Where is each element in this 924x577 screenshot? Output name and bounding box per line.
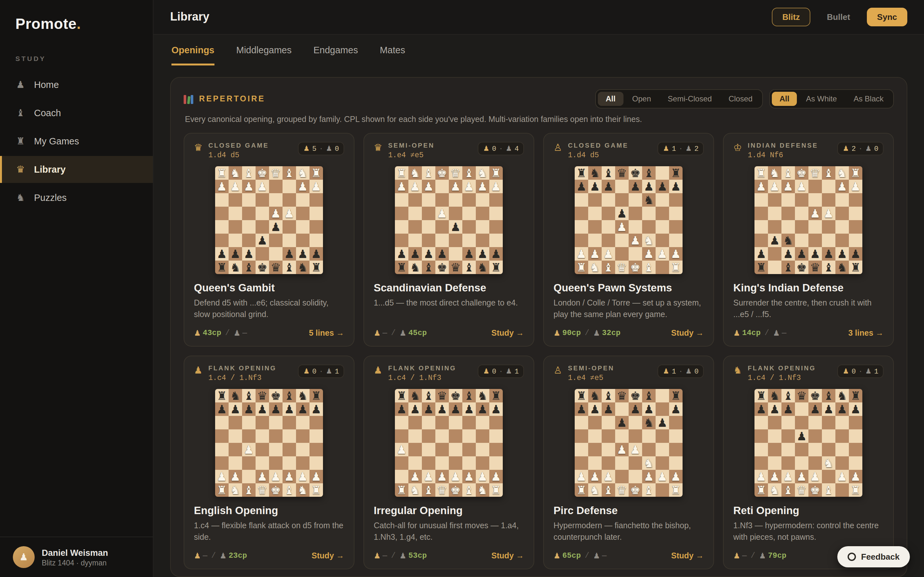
study-link[interactable]: Study → [492,329,524,338]
board-square: ♝ [462,389,476,403]
filter-2-as-white[interactable]: As White [798,92,845,106]
board-square [422,443,435,456]
board-square [310,443,323,456]
white-piece-icon: ♞ [477,483,488,497]
board-square [822,416,835,429]
board-square: ♟ [435,403,449,416]
opening-card-pirc-defense[interactable]: ♙SEMI-OPEN1.e4 ≠e5♟1·♟0♜♞♝♛♚♝♜♟♟♟♟♟♟♟♞♟♟… [543,356,714,569]
cpl-separator: / [764,329,769,338]
board-square [489,443,503,456]
sidebar-item-my-games[interactable]: ♜My Games [0,128,153,155]
board-square [629,429,642,443]
sidebar-item-home[interactable]: ♟Home [0,71,153,98]
board-square [575,456,588,470]
filter-1-semi-closed[interactable]: Semi-Closed [660,92,719,106]
opening-card-english-opening[interactable]: ♟FLANK OPENING1.c4 / 1.Nf3♟0·♟1♜♞♝♛♚♝♞♜♟… [184,356,355,569]
board-square [795,456,808,470]
card-header-left: ♞FLANK OPENING1.c4 / 1.Nf3 [733,364,816,382]
black-cpl: ♟— [593,551,607,560]
board-square [449,193,462,207]
pawn-icon: ♟ [15,79,26,90]
board-square: ♟ [296,403,310,416]
filter-1-closed[interactable]: Closed [721,92,760,106]
card-header: ♙CLOSED GAME1.d4 d5♟1·♟2 [553,142,704,159]
card-header: ♞FLANK OPENING1.c4 / 1.Nf3♟0·♟1 [733,364,884,382]
bullet-button[interactable]: Bullet [817,8,860,26]
board-square [615,470,629,483]
3-lines-link[interactable]: 3 lines → [848,329,884,338]
opening-card-irregular-opening[interactable]: ♟FLANK OPENING1.c4 / 1.Nf3♟0·♟1♜♞♝♛♚♝♞♜♟… [363,356,534,569]
sidebar-item-puzzles[interactable]: ♞Puzzles [0,184,153,211]
study-link[interactable]: Study → [671,329,704,338]
sidebar-item-coach[interactable]: ♝Coach [0,100,153,126]
board-square: ♝ [282,483,296,497]
line-count-badge: ♟0·♟1 [298,364,344,378]
tab-middlegames[interactable]: Middlegames [236,35,292,66]
opening-card-scandinavian-defense[interactable]: ♛SEMI-OPEN1.e4 ≠e5♟0·♟4♜♞♝♚♛♝♞♜♟♟♟♟♟♟♟♟♟… [363,133,534,347]
opening-title: Reti Opening [733,504,884,517]
white-piece-icon: ♝ [824,166,834,180]
king-icon: ♔ [733,142,742,159]
board-square [296,207,310,220]
filter-1-open[interactable]: Open [624,92,659,106]
sync-button[interactable]: Sync [867,8,907,26]
board-square: ♟ [310,180,323,193]
board-square: ♟ [229,247,242,261]
opening-card-queen-s-pawn-systems[interactable]: ♙CLOSED GAME1.d4 d5♟1·♟2♜♞♝♛♚♝♜♟♟♟♟♟♟♟♞♟… [543,133,714,347]
white-piece-icon: ♞ [769,483,780,497]
board-square: ♟ [629,443,642,456]
board-square: ♝ [422,261,435,274]
black-piece-icon: ♞ [837,261,847,274]
white-piece-icon: ♟ [464,470,474,483]
card-header-text: CLOSED GAME1.d4 d5 [568,142,629,159]
user-block[interactable]: ♟ Daniel Weisman Blitz 1404 · dyyman [0,537,153,577]
board-square [310,207,323,220]
filter-2-as-black[interactable]: As Black [846,92,891,106]
black-cpl: ♟23cp [219,551,247,560]
black-piece-icon: ♟ [284,403,294,416]
board-square [768,193,782,207]
board-square: ♟ [768,470,782,483]
opening-card-queen-s-gambit[interactable]: ♛CLOSED GAME1.d4 d5♟5·♟0♜♞♝♚♛♝♞♜♟♟♟♟♟♟♟♟… [184,133,355,347]
black-piece-icon: ♟ [824,403,834,416]
opening-card-reti-opening[interactable]: ♞FLANK OPENING1.c4 / 1.Nf3♟0·♟1♜♞♝♛♚♝♞♜♟… [723,356,894,569]
tab-endgames[interactable]: Endgames [313,35,358,66]
black-piece-icon: ♟ [424,403,434,416]
board-square: ♜ [310,261,323,274]
board-square [822,470,835,483]
white-piece-icon: ♚ [271,483,281,497]
white-piece-icon: ♜ [576,261,587,274]
white-piece-icon: ♟ [424,180,434,193]
board-square [656,443,669,456]
tab-openings[interactable]: Openings [171,35,214,66]
study-link[interactable]: Study → [492,551,524,560]
board-square: ♟ [669,180,682,193]
study-link[interactable]: Study → [312,551,344,560]
filter-1-all[interactable]: All [598,92,623,106]
blitz-button[interactable]: Blitz [772,8,810,26]
filter-2-all[interactable]: All [772,92,797,106]
board-square: ♛ [615,389,629,403]
board-square [269,416,282,429]
black-piece-icon: ♟ [284,247,294,261]
study-link[interactable]: Study → [671,551,704,560]
black-pawn-icon: ♟ [326,367,332,376]
board-square: ♟ [782,470,795,483]
tab-mates[interactable]: Mates [380,35,405,66]
queen-icon: ♛ [194,142,203,159]
sidebar-item-library[interactable]: ♛Library [0,156,153,183]
board-square: ♛ [449,261,462,274]
board-square [269,234,282,247]
chess-board: ♜♞♝♛♚♝♜♟♟♟♟♟♟♟♞♟♟♟♞♟♟♟♟♟♟♜♞♝♛♚♝♜ [575,166,682,274]
line-count-badge: ♟0·♟4 [478,142,524,155]
5-lines-link[interactable]: 5 lines → [309,329,344,338]
board-square: ♟ [215,403,229,416]
feedback-button[interactable]: Feedback [837,546,910,567]
board-square: ♚ [269,483,282,497]
board-square: ♝ [822,166,835,180]
white-piece-icon: ♟ [257,180,268,193]
white-pawn-icon: ♟ [303,144,310,153]
board-square [282,416,296,429]
user-meta: Blitz 1404 · dyyman [42,559,108,566]
opening-card-king-s-indian-defense[interactable]: ♔INDIAN DEFENSE1.d4 Nf6♟2·♟0♜♞♝♚♛♝♞♜♟♟♟♟… [723,133,894,347]
